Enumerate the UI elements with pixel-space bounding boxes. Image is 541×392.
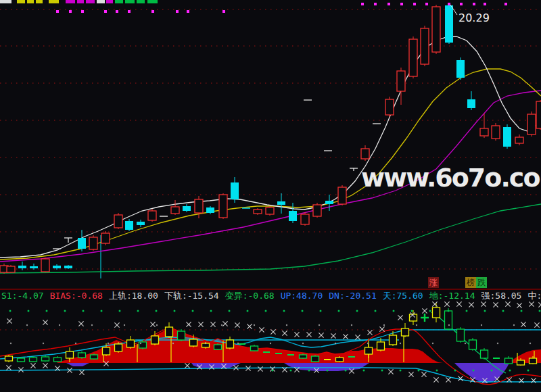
indicator-segment: UP:48.70	[281, 290, 323, 301]
fall-badge[interactable]: 跌	[476, 277, 487, 288]
watermark: www.6o7o.com	[361, 165, 541, 191]
indicator-segment: S1:-4.07	[1, 290, 44, 301]
indicator-segment: 强:58.05	[481, 290, 521, 301]
stock-chart-app: www.6o7o.com 20.29 涨 榜 跌 S1:-4.07BIAS:-0…	[0, 0, 541, 392]
indicator-segment: 中:31.73	[527, 290, 541, 301]
indicator-segment: 天:75.60	[383, 290, 423, 301]
indicator-segment: 地:-12.14	[429, 290, 475, 301]
indicator-value-row: S1:-4.07BIAS:-0.68上轨:18.00下轨:-15.54变异:-0…	[1, 290, 541, 301]
indicator-segment: DN:-20.51	[329, 290, 376, 301]
peak-price-label: 20.29	[458, 13, 490, 24]
indicator-segment: BIAS:-0.68	[50, 290, 103, 301]
chart-canvas	[0, 0, 541, 392]
indicator-segment: 下轨:-15.54	[164, 290, 219, 301]
rise-badge[interactable]: 涨	[428, 277, 439, 288]
board-badge[interactable]: 榜	[465, 277, 476, 288]
indicator-segment: 变异:-0.68	[225, 290, 275, 301]
indicator-segment: 上轨:18.00	[109, 290, 158, 301]
